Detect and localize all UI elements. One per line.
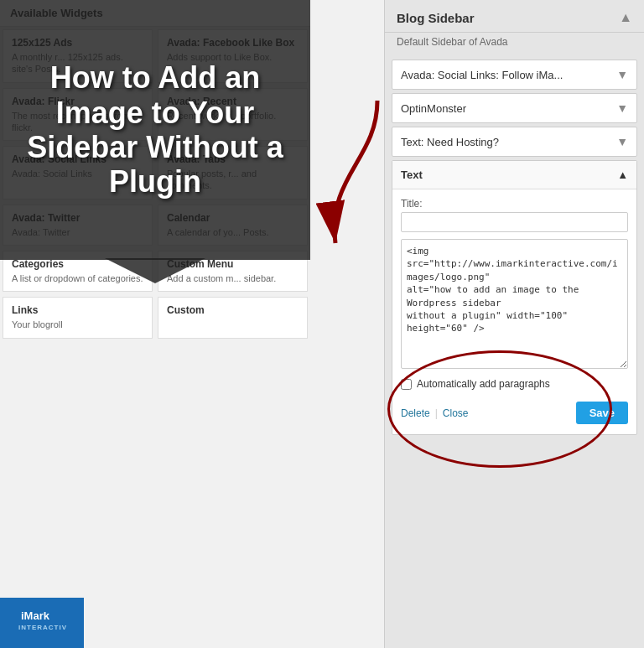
text-widget-expanded: Text ▲ Title: <img src="http://www.imark… [392,160,637,435]
widget-actions: Delete | Close Save [401,398,628,426]
sidebar-widget-header[interactable]: OptinMonster ▼ [392,94,636,122]
overlay-text: How to Add an Image to Your Sidebar With… [0,52,310,208]
text-widget-body: Title: <img src="http://www.imarkinterac… [392,189,636,434]
text-widget-header[interactable]: Text ▲ [392,161,636,189]
sidebar-subtitle: Default Sidebar of Avada [385,33,644,56]
auto-para-label: Automatically add paragraphs [417,378,550,390]
sidebar-widget-text-hosting: Text: Need Hosting? ▼ [392,127,637,157]
sidebar-widget-optin: OptinMonster ▼ [392,93,637,123]
widget-name: Links [12,304,143,316]
overlay-image: How to Add an Image to Your Sidebar With… [0,0,310,260]
text-widget-title: Text [401,168,423,181]
left-panel: Available Widgets 125x125 Ads A monthly … [0,0,310,648]
chevron-down-icon: ▼ [616,101,628,115]
widget-label: OptinMonster [401,102,466,115]
action-links: Delete | Close [401,407,469,419]
content-textarea[interactable]: <img src="http://www.imarkinteractive.co… [401,239,628,369]
svg-text:iMark: iMark [21,609,50,622]
save-button[interactable]: Save [576,402,628,424]
widget-label: Avada: Social Links: Follow iMa... [401,69,563,81]
content-field-row: <img src="http://www.imarkinteractive.co… [401,239,628,371]
sidebar-widget-header[interactable]: Text: Need Hosting? ▼ [392,127,636,156]
list-item[interactable]: Custom [158,297,308,338]
delete-link[interactable]: Delete [401,407,430,419]
widget-name: Custom [167,304,299,316]
right-panel: Blog Sidebar ▲ Default Sidebar of Avada … [384,0,644,648]
sidebar-widget-social: Avada: Social Links: Follow iMa... ▼ [392,60,637,90]
collapse-button[interactable]: ▲ [619,10,632,25]
svg-text:INTERACTIVE: INTERACTIVE [18,624,67,631]
widget-desc: Your blogroll [12,319,143,330]
logo-badge: iMark INTERACTIVE [0,598,84,648]
sidebar-widget-header[interactable]: Avada: Social Links: Follow iMa... ▼ [392,60,636,89]
sidebar-title: Blog Sidebar [397,11,475,25]
chevron-down-icon: ▼ [616,135,628,148]
list-item[interactable]: Links Your blogroll [3,297,153,338]
title-label: Title: [401,198,628,210]
widget-label: Text: Need Hosting? [401,136,499,148]
auto-para-checkbox[interactable] [401,379,412,390]
logo-text: iMark INTERACTIVE [17,604,67,641]
auto-para-row: Automatically add paragraphs [401,378,628,390]
sidebar-header: Blog Sidebar ▲ [385,0,644,33]
title-input[interactable] [401,212,628,232]
close-link[interactable]: Close [443,407,469,419]
separator: | [435,407,438,419]
overlay-arrow-shape [105,258,205,283]
chevron-down-icon: ▼ [616,68,628,81]
title-field-row: Title: [401,198,628,232]
chevron-up-icon: ▲ [617,168,628,181]
